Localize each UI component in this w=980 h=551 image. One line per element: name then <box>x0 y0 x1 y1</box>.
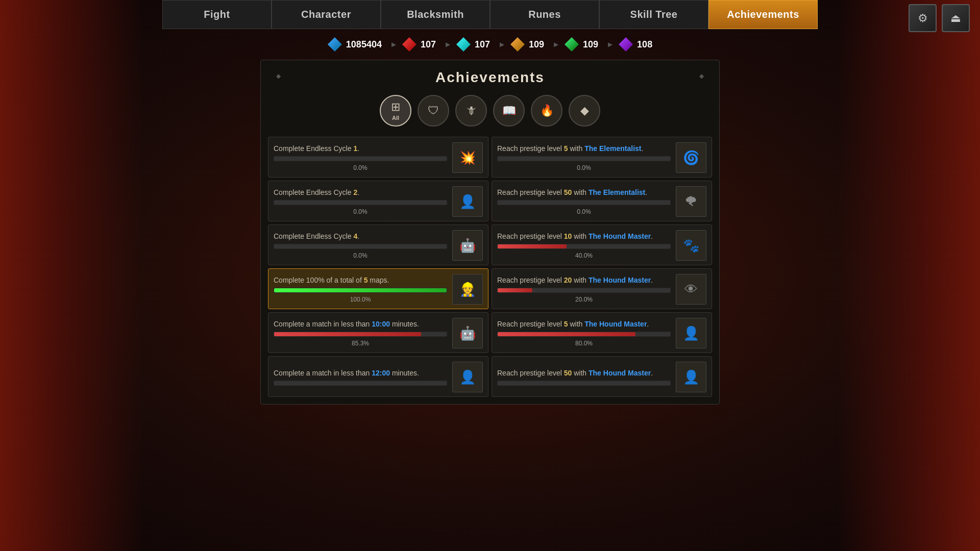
achievement-title-match-12min: Complete a match in less than 12:00 minu… <box>274 368 447 378</box>
currency-teal-value: 107 <box>475 39 490 50</box>
progress-pct-prestige-5-elem: 0.0% <box>497 164 671 171</box>
achievement-inner-match-10min: Complete a match in less than 10:00 minu… <box>274 318 483 348</box>
category-btn-mask[interactable]: 🛡 <box>418 95 449 127</box>
achievements-grid: Complete Endless Cycle 1. 0.0% 💥 Reach p… <box>261 134 719 404</box>
progress-bar-complete-100-maps <box>274 288 447 293</box>
achievement-title-endless-1: Complete Endless Cycle 1. <box>274 144 447 153</box>
currency-bar: 1085404 107 107 109 109 108 <box>0 29 980 60</box>
achievement-text-prestige-10-hound: Reach prestige level 10 with The Hound M… <box>497 232 671 259</box>
achievement-text-endless-4: Complete Endless Cycle 4. 0.0% <box>274 232 447 259</box>
progress-bar-endless-2 <box>274 200 447 205</box>
achievement-card-match-12min: Complete a match in less than 12:00 minu… <box>268 356 488 397</box>
nav-tab-achievements[interactable]: Achievements <box>708 0 818 29</box>
category-icon-book: 📖 <box>502 104 516 117</box>
progress-pct-match-10min: 85.3% <box>274 340 447 347</box>
achievement-card-endless-1: Complete Endless Cycle 1. 0.0% 💥 <box>268 137 488 178</box>
achievement-inner-prestige-5-elem: Reach prestige level 5 with The Elementa… <box>497 142 706 173</box>
achievement-inner-endless-1: Complete Endless Cycle 1. 0.0% 💥 <box>274 142 483 173</box>
category-btn-book[interactable]: 📖 <box>493 95 525 127</box>
achievement-inner-prestige-20-hound: Reach prestige level 20 with The Hound M… <box>497 274 706 305</box>
progress-pct-prestige-10-hound: 40.0% <box>497 252 671 259</box>
currency-orange: 109 <box>500 37 554 52</box>
panel-title: Achievements <box>435 69 545 85</box>
category-icon-flame: 🔥 <box>540 104 554 117</box>
gem-orange-icon <box>510 37 525 52</box>
main-panel: Achievements ⊞All🛡🗡📖🔥◆ Complete Endless … <box>260 60 720 405</box>
achievement-inner-prestige-50-elem: Reach prestige level 50 with The Element… <box>497 186 706 217</box>
category-btn-diamond[interactable]: ◆ <box>569 95 600 127</box>
achievement-title-prestige-5-hound: Reach prestige level 5 with The Hound Ma… <box>497 319 671 329</box>
achievement-card-complete-100-maps: Complete 100% of a total of 5 maps. 100.… <box>268 268 488 309</box>
progress-bar-prestige-5-elem <box>497 156 671 161</box>
achievement-card-endless-4: Complete Endless Cycle 4. 0.0% 🤖 <box>268 224 488 265</box>
achievement-icon-endless-1: 💥 <box>452 142 483 173</box>
achievement-card-match-10min: Complete a match in less than 10:00 minu… <box>268 312 488 353</box>
progress-bar-prestige-20-hound <box>497 288 671 293</box>
achievement-text-prestige-5-elem: Reach prestige level 5 with The Elementa… <box>497 144 671 171</box>
achievement-card-prestige-50-hound: Reach prestige level 50 with The Hound M… <box>492 356 712 397</box>
progress-bar-prestige-50-elem <box>497 200 671 205</box>
progress-bar-match-10min <box>274 332 447 337</box>
achievement-card-prestige-50-elem: Reach prestige level 50 with The Element… <box>492 181 712 221</box>
currency-teal: 107 <box>446 37 500 52</box>
currency-purple: 108 <box>608 37 663 52</box>
exit-button[interactable]: ⏏ <box>942 4 970 32</box>
nav-tab-skill-tree[interactable]: Skill Tree <box>599 0 708 29</box>
achievement-text-endless-1: Complete Endless Cycle 1. 0.0% <box>274 144 447 171</box>
progress-fill-prestige-20-hound <box>498 288 532 292</box>
currency-purple-value: 108 <box>637 39 652 50</box>
category-filter: ⊞All🛡🗡📖🔥◆ <box>261 91 719 134</box>
category-icon-mask: 🛡 <box>428 104 439 117</box>
achievement-title-match-10min: Complete a match in less than 10:00 minu… <box>274 319 447 329</box>
achievement-title-endless-4: Complete Endless Cycle 4. <box>274 232 447 241</box>
achievement-inner-prestige-50-hound: Reach prestige level 50 with The Hound M… <box>497 362 706 392</box>
achievement-title-endless-2: Complete Endless Cycle 2. <box>274 188 447 197</box>
achievement-icon-prestige-10-hound: 🐾 <box>676 230 706 261</box>
nav-tab-fight[interactable]: Fight <box>162 0 272 29</box>
settings-button[interactable]: ⚙ <box>909 4 937 32</box>
progress-pct-endless-1: 0.0% <box>274 164 447 171</box>
achievement-inner-prestige-5-hound: Reach prestige level 5 with The Hound Ma… <box>497 318 706 348</box>
category-icon-diamond: ◆ <box>580 104 589 117</box>
achievement-icon-prestige-5-elem: 🌀 <box>676 142 706 173</box>
achievement-inner-match-12min: Complete a match in less than 12:00 minu… <box>274 362 483 392</box>
category-btn-flame[interactable]: 🔥 <box>531 95 562 127</box>
progress-fill-complete-100-maps <box>274 288 447 292</box>
progress-fill-match-10min <box>274 332 421 336</box>
achievement-icon-prestige-50-hound: 👤 <box>676 362 706 392</box>
progress-bar-endless-4 <box>274 244 447 249</box>
currency-orange-value: 109 <box>529 39 544 50</box>
nav-tab-runes[interactable]: Runes <box>490 0 599 29</box>
panel-title-area: Achievements <box>261 60 719 91</box>
category-icon-all: ⊞ <box>391 101 400 114</box>
achievement-icon-prestige-5-hound: 👤 <box>676 318 706 348</box>
achievement-card-endless-2: Complete Endless Cycle 2. 0.0% 👤 <box>268 181 488 221</box>
gem-teal-icon <box>456 37 471 52</box>
progress-bar-prestige-5-hound <box>497 332 671 337</box>
category-btn-sword[interactable]: 🗡 <box>455 95 487 127</box>
progress-pct-prestige-5-hound: 80.0% <box>497 340 671 347</box>
achievement-title-prestige-5-elem: Reach prestige level 5 with The Elementa… <box>497 144 671 153</box>
nav-tab-character[interactable]: Character <box>272 0 381 29</box>
achievement-inner-endless-4: Complete Endless Cycle 4. 0.0% 🤖 <box>274 230 483 261</box>
nav-tab-blacksmith[interactable]: Blacksmith <box>381 0 490 29</box>
progress-pct-prestige-50-elem: 0.0% <box>497 208 671 215</box>
achievement-title-prestige-10-hound: Reach prestige level 10 with The Hound M… <box>497 232 671 241</box>
achievement-inner-complete-100-maps: Complete 100% of a total of 5 maps. 100.… <box>274 274 483 305</box>
achievement-text-prestige-5-hound: Reach prestige level 5 with The Hound Ma… <box>497 319 671 347</box>
achievement-icon-match-12min: 👤 <box>452 362 483 392</box>
achievement-title-prestige-50-elem: Reach prestige level 50 with The Element… <box>497 188 671 197</box>
category-btn-all[interactable]: ⊞All <box>380 95 411 127</box>
achievement-inner-endless-2: Complete Endless Cycle 2. 0.0% 👤 <box>274 186 483 217</box>
currency-blue: 1085404 <box>317 37 392 52</box>
achievement-card-prestige-5-hound: Reach prestige level 5 with The Hound Ma… <box>492 312 712 353</box>
gem-blue-icon <box>328 37 342 52</box>
progress-pct-prestige-20-hound: 20.0% <box>497 296 671 303</box>
top-navigation: FightCharacterBlacksmithRunesSkill TreeA… <box>0 0 980 29</box>
achievement-title-prestige-20-hound: Reach prestige level 20 with The Hound M… <box>497 276 671 285</box>
achievement-text-prestige-50-hound: Reach prestige level 50 with The Hound M… <box>497 368 671 386</box>
currency-blue-value: 1085404 <box>346 39 382 50</box>
gem-green-icon <box>565 37 579 52</box>
category-icon-sword: 🗡 <box>465 104 477 117</box>
progress-fill-prestige-5-hound <box>498 332 635 336</box>
